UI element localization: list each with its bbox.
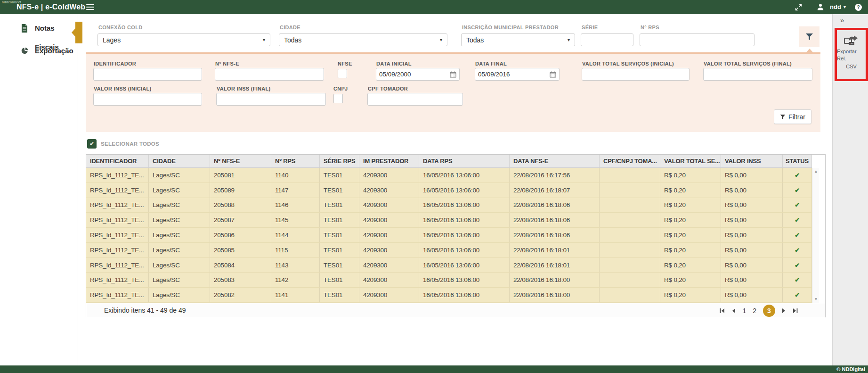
column-header-cpf-cnpj[interactable]: CPF/CNPJ TOMA... [600,155,660,167]
select-all-checkbox[interactable]: ✔ [87,139,97,149]
status-ok-icon: ✔ [795,232,800,239]
cell-cpf-cnpj [600,198,660,213]
cidade-label: CIDADE [280,25,300,30]
table-row[interactable]: RPS_Id_1112_TE... Lages/SC 205084 1143 T… [86,258,812,273]
chevron-down-icon: ▾ [440,37,442,42]
fullscreen-icon[interactable] [795,4,802,11]
cell-cidade: Lages/SC [149,288,210,302]
cell-n-nfse: 205083 [210,273,271,287]
sidebar-item-exportacao[interactable]: Exportação [0,41,78,60]
filtrar-button[interactable]: Filtrar [774,109,811,124]
filtrar-button-label: Filtrar [788,113,805,121]
calendar-icon[interactable] [450,71,456,78]
column-header-cidade[interactable]: CIDADE [149,155,210,167]
user-avatar-icon[interactable] [817,3,824,10]
valor-total-final-input[interactable] [703,68,812,81]
collapse-panel-icon[interactable]: » [840,16,844,24]
serie-input[interactable] [581,33,633,46]
valor-inss-final-input[interactable] [216,93,326,106]
column-header-identificador[interactable]: IDENTIFICADOR [86,155,149,167]
status-ok-icon: ✔ [795,216,800,224]
cell-im-prestador: 4209300 [359,228,419,242]
n-nfse-input[interactable] [215,68,324,81]
table-row[interactable]: RPS_Id_1112_TE... Lages/SC 205088 1146 T… [86,198,812,213]
cell-identificador: RPS_Id_1112_TE... [86,288,149,302]
table-scrollbar[interactable]: ▲ ▼ [812,168,819,303]
valor-inss-final-label: VALOR INSS (FINAL) [217,86,271,91]
table-row[interactable]: RPS_Id_1112_TE... Lages/SC 205089 1147 T… [86,183,812,198]
calendar-icon[interactable] [550,71,556,78]
cnpj-checkbox[interactable] [333,94,343,103]
help-icon[interactable]: ? [855,4,862,11]
table-row[interactable]: RPS_Id_1112_TE... Lages/SC 205081 1140 T… [86,168,812,183]
cell-status: ✔ [783,213,812,227]
data-inicial-input[interactable] [376,71,450,78]
valor-total-inicial-label: VALOR TOTAL SERVIÇOS (INICIAL) [582,61,674,66]
nfse-checkbox[interactable] [338,69,347,78]
funnel-icon [780,114,786,120]
last-page-button[interactable] [793,308,798,314]
filter-toggle-button[interactable] [799,26,819,47]
next-page-button[interactable] [782,308,786,314]
status-ok-icon: ✔ [795,276,800,283]
pagination: 1 2 3 [720,303,798,318]
identificador-input[interactable] [93,68,202,81]
data-final-input[interactable] [475,71,550,78]
conexao-cold-value: Lages [103,36,121,44]
sidebar-item-notas-fiscais[interactable]: Notas Fiscais [0,19,78,38]
scroll-up-icon[interactable]: ▲ [812,169,819,174]
cidade-select[interactable]: Todas ▾ [279,33,447,46]
svg-text:csv: csv [850,42,853,45]
valor-total-inicial-input[interactable] [582,68,690,81]
top-bar: nddconnect NFS-e | e-ColdWeb ndd ▾ ? [0,0,868,14]
cell-valor-inss: R$ 0,00 [721,288,783,302]
cell-valor-inss: R$ 0,00 [721,198,783,213]
page-3-button-active[interactable]: 3 [763,305,775,317]
column-header-valor-inss[interactable]: VALOR INSS [721,155,783,167]
cpf-tomador-input[interactable] [367,93,463,106]
status-ok-icon: ✔ [795,291,800,298]
column-header-im-prestador[interactable]: IM PRESTADOR [359,155,419,167]
cell-status: ✔ [783,168,812,182]
conexao-cold-select[interactable]: Lages ▾ [97,33,270,46]
column-header-valor-total[interactable]: VALOR TOTAL SE... [660,155,721,167]
table-footer: Exibindo itens 41 - 49 de 49 1 2 3 [86,303,825,317]
cell-serie-rps: TES01 [320,213,359,227]
page-2-button[interactable]: 2 [753,307,756,315]
chevron-down-icon[interactable]: ▾ [844,0,846,14]
data-final-field[interactable] [475,68,560,81]
column-header-data-rps[interactable]: DATA RPS [419,155,510,167]
table-row[interactable]: RPS_Id_1112_TE... Lages/SC 205085 1115 T… [86,243,812,258]
cell-status: ✔ [783,243,812,257]
table-row[interactable]: RPS_Id_1112_TE... Lages/SC 205083 1142 T… [86,273,812,288]
hamburger-menu-icon[interactable] [86,4,94,10]
table-row[interactable]: RPS_Id_1112_TE... Lages/SC 205086 1144 T… [86,228,812,243]
cell-serie-rps: TES01 [320,228,359,242]
cell-identificador: RPS_Id_1112_TE... [86,273,149,287]
previous-page-button[interactable] [731,308,736,314]
page-1-button[interactable]: 1 [742,307,746,315]
user-menu[interactable]: ndd [830,0,841,14]
scroll-down-icon[interactable]: ▼ [812,297,819,301]
data-inicial-field[interactable] [376,68,460,81]
cell-cpf-cnpj [600,273,660,287]
table-row[interactable]: RPS_Id_1112_TE... Lages/SC 205087 1145 T… [86,213,812,228]
items-summary: Exibindo itens 41 - 49 de 49 [104,303,186,318]
results-table: IDENTIFICADOR CIDADE Nº NFS-E Nº RPS SÉR… [86,154,826,317]
n-rps-input[interactable] [640,33,754,46]
column-header-n-nfse[interactable]: Nº NFS-E [210,155,271,167]
table-row[interactable]: RPS_Id_1112_TE... Lages/SC 205082 1141 T… [86,288,812,303]
valor-inss-inicial-input[interactable] [93,93,202,106]
inscricao-municipal-select[interactable]: Todas ▾ [461,33,575,46]
first-page-button[interactable] [720,308,725,314]
column-header-n-rps[interactable]: Nº RPS [271,155,320,167]
cell-cpf-cnpj [600,213,660,227]
column-header-data-nfse[interactable]: DATA NFS-E [510,155,600,167]
cell-cidade: Lages/SC [149,273,210,287]
export-csv-button[interactable]: csv Exportar Rel. CSV [837,30,866,79]
cell-data-nfse: 22/08/2016 16:18:06 [510,228,600,242]
cell-cpf-cnpj [600,288,660,302]
column-header-serie-rps[interactable]: SÉRIE RPS [320,155,359,167]
cell-valor-total: R$ 0,20 [660,213,721,227]
column-header-status[interactable]: STATUS [783,155,812,167]
